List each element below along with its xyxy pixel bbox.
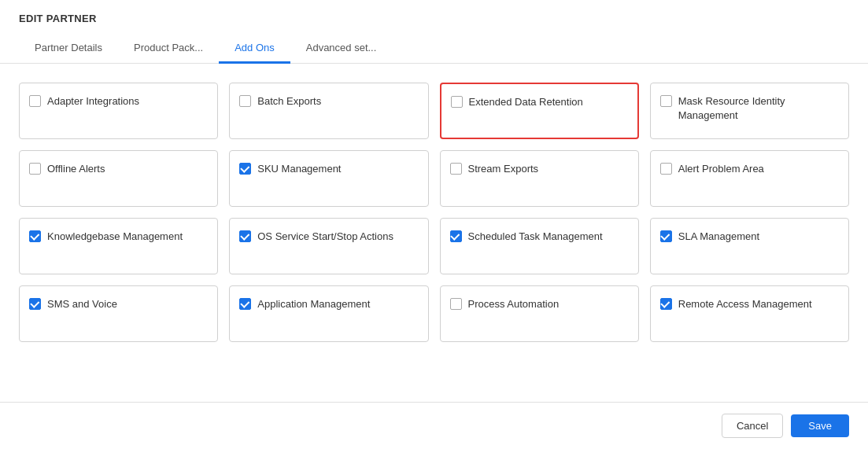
card-sku-management[interactable]: SKU Management bbox=[229, 150, 428, 207]
card-os-service-start-stop-actions[interactable]: OS Service Start/Stop Actions bbox=[229, 218, 428, 274]
checkbox-sms-and-voice[interactable] bbox=[29, 298, 41, 310]
checkbox-mask-resource-identity-management[interactable] bbox=[660, 95, 672, 107]
checkbox-extended-data-retention[interactable] bbox=[451, 96, 463, 108]
checkbox-knowledgebase-management[interactable] bbox=[29, 230, 41, 242]
card-sla-management[interactable]: SLA Management bbox=[650, 218, 849, 274]
content-area: Adapter IntegrationsBatch ExportsExtende… bbox=[0, 64, 868, 405]
card-label-offline-alerts: Offline Alerts bbox=[47, 162, 105, 176]
card-extended-data-retention[interactable]: Extended Data Retention bbox=[440, 83, 639, 139]
card-label-mask-resource-identity-management: Mask Resource Identity Management bbox=[678, 94, 839, 123]
card-label-process-automation: Process Automation bbox=[468, 297, 560, 311]
tab-partner-details[interactable]: Partner Details bbox=[19, 34, 118, 64]
page-title: EDIT PARTNER bbox=[19, 13, 849, 24]
addons-grid: Adapter IntegrationsBatch ExportsExtende… bbox=[19, 83, 849, 342]
card-label-knowledgebase-management: Knowledgebase Management bbox=[47, 230, 183, 244]
card-label-os-service-start-stop-actions: OS Service Start/Stop Actions bbox=[257, 230, 393, 244]
checkbox-os-service-start-stop-actions[interactable] bbox=[239, 230, 251, 242]
checkbox-sku-management[interactable] bbox=[239, 163, 251, 175]
card-label-remote-access-management: Remote Access Management bbox=[678, 297, 812, 311]
checkbox-process-automation[interactable] bbox=[450, 298, 462, 310]
card-remote-access-management[interactable]: Remote Access Management bbox=[650, 285, 849, 342]
card-alert-problem-area[interactable]: Alert Problem Area bbox=[650, 150, 849, 207]
tab-product-pack[interactable]: Product Pack... bbox=[118, 34, 219, 64]
card-mask-resource-identity-management[interactable]: Mask Resource Identity Management bbox=[650, 83, 849, 139]
save-button[interactable]: Save bbox=[791, 414, 849, 437]
card-sms-and-voice[interactable]: SMS and Voice bbox=[19, 285, 218, 342]
card-label-adapter-integrations: Adapter Integrations bbox=[47, 94, 139, 109]
checkbox-stream-exports[interactable] bbox=[450, 163, 462, 175]
card-label-sms-and-voice: SMS and Voice bbox=[47, 297, 117, 311]
tabs-bar: Partner DetailsProduct Pack...Add OnsAdv… bbox=[19, 34, 849, 63]
card-process-automation[interactable]: Process Automation bbox=[440, 285, 639, 342]
card-label-sla-management: SLA Management bbox=[678, 230, 759, 244]
cancel-button[interactable]: Cancel bbox=[722, 414, 783, 438]
card-batch-exports[interactable]: Batch Exports bbox=[229, 83, 428, 139]
checkbox-application-management[interactable] bbox=[239, 298, 251, 310]
tab-add-ons[interactable]: Add Ons bbox=[219, 34, 290, 64]
card-label-batch-exports: Batch Exports bbox=[257, 94, 321, 109]
page-header: EDIT PARTNER Partner DetailsProduct Pack… bbox=[0, 0, 868, 64]
card-scheduled-task-management[interactable]: Scheduled Task Management bbox=[440, 218, 639, 274]
card-application-management[interactable]: Application Management bbox=[229, 285, 428, 342]
card-offline-alerts[interactable]: Offline Alerts bbox=[19, 150, 218, 207]
card-label-application-management: Application Management bbox=[257, 297, 370, 311]
card-label-extended-data-retention: Extended Data Retention bbox=[469, 95, 583, 109]
checkbox-offline-alerts[interactable] bbox=[29, 163, 41, 175]
checkbox-remote-access-management[interactable] bbox=[660, 298, 672, 310]
card-label-scheduled-task-management: Scheduled Task Management bbox=[468, 230, 603, 244]
card-knowledgebase-management[interactable]: Knowledgebase Management bbox=[19, 218, 218, 274]
card-adapter-integrations[interactable]: Adapter Integrations bbox=[19, 83, 218, 139]
checkbox-sla-management[interactable] bbox=[660, 230, 672, 242]
checkbox-adapter-integrations[interactable] bbox=[29, 95, 41, 107]
card-label-stream-exports: Stream Exports bbox=[468, 162, 539, 176]
card-label-sku-management: SKU Management bbox=[257, 162, 341, 176]
checkbox-alert-problem-area[interactable] bbox=[660, 163, 672, 175]
footer: Cancel Save bbox=[0, 402, 868, 449]
tab-advanced-set[interactable]: Advanced set... bbox=[290, 34, 393, 64]
page-container: EDIT PARTNER Partner DetailsProduct Pack… bbox=[0, 0, 868, 449]
card-label-alert-problem-area: Alert Problem Area bbox=[678, 162, 764, 176]
checkbox-batch-exports[interactable] bbox=[239, 95, 251, 107]
card-stream-exports[interactable]: Stream Exports bbox=[440, 150, 639, 207]
checkbox-scheduled-task-management[interactable] bbox=[450, 230, 462, 242]
